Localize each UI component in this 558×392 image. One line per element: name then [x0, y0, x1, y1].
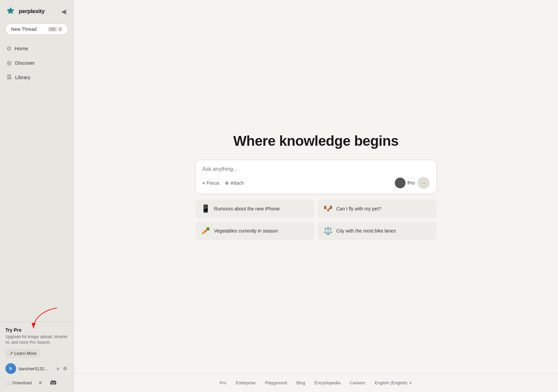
- iphone-emoji: 📱: [201, 204, 210, 213]
- language-selector[interactable]: English (English) ∨: [375, 380, 412, 385]
- bottom-links: ⬜ Download ✕: [5, 379, 68, 387]
- user-row: b banzher5132... ∨ ⚙: [5, 363, 68, 374]
- suggestions-grid: 📱 Rumours about the new iPhone 🐶 Can I f…: [195, 199, 437, 240]
- suggestion-card-iphone[interactable]: 📱 Rumours about the new iPhone: [195, 199, 314, 218]
- footer-link-enterprise[interactable]: Enterprise: [236, 380, 256, 385]
- pet-emoji: 🐶: [323, 204, 332, 213]
- suggestion-card-vegetables[interactable]: 🥕 Vegetables currently in season: [195, 221, 314, 240]
- settings-button[interactable]: ⚙: [62, 365, 68, 372]
- sidebar-item-library[interactable]: ☰ Library: [3, 70, 71, 84]
- attach-button[interactable]: ⊕ Attach: [225, 180, 244, 186]
- learn-more-button[interactable]: ↗ Learn More: [5, 349, 41, 358]
- attach-label: Attach: [231, 180, 244, 186]
- new-thread-button[interactable]: New Thread Ctrl I: [5, 23, 68, 35]
- user-info[interactable]: b banzher5132...: [5, 363, 48, 374]
- focus-button[interactable]: ≡ Focus: [202, 180, 220, 186]
- focus-icon: ≡: [202, 180, 205, 186]
- main-footer: Pro Enterprise Playground Blog Encyclope…: [74, 373, 558, 392]
- user-controls: ∨ ⚙: [56, 365, 68, 372]
- try-pro-description: Upgrade for image upload, smarter AI, an…: [5, 334, 68, 345]
- lang-chevron-icon: ∨: [409, 380, 412, 385]
- focus-label: Focus: [207, 180, 220, 186]
- download-link[interactable]: ⬜ Download: [5, 380, 32, 385]
- discord-icon[interactable]: [49, 379, 57, 387]
- new-thread-label: New Thread: [11, 26, 37, 32]
- try-pro-section: Try Pro Upgrade for image upload, smarte…: [5, 327, 68, 358]
- search-box: ≡ Focus ⊕ Attach Pro →: [195, 160, 437, 194]
- footer-link-blog[interactable]: Blog: [297, 380, 305, 385]
- i-key: I: [58, 27, 62, 31]
- main-body: Where knowledge begins ≡ Focus ⊕ Attach: [74, 0, 558, 373]
- nav-section: ⊙ Home ◎ Discover ☰ Library: [0, 42, 73, 322]
- user-chevron-button[interactable]: ∨: [56, 365, 60, 372]
- pro-label: Pro: [408, 180, 415, 186]
- vegetables-emoji: 🥕: [201, 226, 210, 235]
- search-toolbar: ≡ Focus ⊕ Attach Pro →: [202, 177, 430, 189]
- discover-icon: ◎: [7, 59, 12, 66]
- home-label: Home: [15, 46, 28, 51]
- pet-suggestion-text: Can I fly with my pet?: [336, 206, 381, 211]
- library-icon: ☰: [7, 74, 12, 81]
- submit-icon: →: [421, 180, 426, 186]
- sidebar: ✳ perplexity ◀| New Thread Ctrl I ⊙ Home…: [0, 0, 74, 392]
- download-label: Download: [12, 380, 32, 385]
- toggle-dot: [395, 178, 406, 188]
- logo-text: perplexity: [19, 8, 45, 15]
- sidebar-item-home[interactable]: ⊙ Home: [3, 42, 71, 55]
- main-title: Where knowledge begins: [233, 133, 398, 149]
- attach-icon: ⊕: [225, 180, 229, 186]
- suggestion-card-pet[interactable]: 🐶 Can I fly with my pet?: [318, 199, 437, 218]
- twitter-x-icon[interactable]: ✕: [37, 379, 45, 387]
- toolbar-left: ≡ Focus ⊕ Attach: [202, 180, 244, 186]
- footer-link-careers[interactable]: Careers: [350, 380, 365, 385]
- shortcut-badge: Ctrl I: [48, 27, 62, 31]
- username: banzher5132...: [19, 366, 48, 371]
- perplexity-logo-icon: ✳: [5, 6, 16, 17]
- sidebar-item-discover[interactable]: ◎ Discover: [3, 56, 71, 70]
- vegetables-suggestion-text: Vegetables currently in season: [214, 228, 278, 234]
- sidebar-header: ✳ perplexity ◀|: [0, 0, 73, 21]
- library-label: Library: [15, 74, 30, 80]
- avatar-initials: b: [9, 366, 12, 371]
- sidebar-bottom: Try Pro Upgrade for image upload, smarte…: [0, 322, 73, 392]
- ctrl-key: Ctrl: [48, 27, 57, 31]
- pro-toggle[interactable]: Pro: [395, 178, 415, 188]
- iphone-suggestion-text: Rumours about the new iPhone: [214, 206, 280, 211]
- submit-button[interactable]: →: [418, 177, 430, 189]
- footer-link-encyclopedia[interactable]: Encyclopedia: [315, 380, 340, 385]
- discover-label: Discover: [15, 60, 35, 66]
- bike-emoji: ⚖️: [323, 226, 332, 235]
- main-content: Where knowledge begins ≡ Focus ⊕ Attach: [74, 0, 558, 392]
- footer-link-pro[interactable]: Pro: [220, 380, 226, 385]
- collapse-sidebar-button[interactable]: ◀|: [60, 7, 68, 16]
- bike-suggestion-text: City with the most bike lanes: [336, 228, 396, 234]
- svg-text:✳: ✳: [7, 7, 13, 15]
- download-icon: ⬜: [5, 380, 11, 385]
- search-input[interactable]: [202, 166, 430, 172]
- logo-area: ✳ perplexity: [5, 6, 45, 17]
- toolbar-right: Pro →: [395, 177, 430, 189]
- language-label: English (English): [375, 380, 408, 385]
- avatar: b: [5, 363, 16, 374]
- footer-link-playground[interactable]: Playground: [265, 380, 287, 385]
- suggestion-card-bike[interactable]: ⚖️ City with the most bike lanes: [318, 221, 437, 240]
- home-icon: ⊙: [7, 45, 11, 52]
- try-pro-title: Try Pro: [5, 327, 68, 333]
